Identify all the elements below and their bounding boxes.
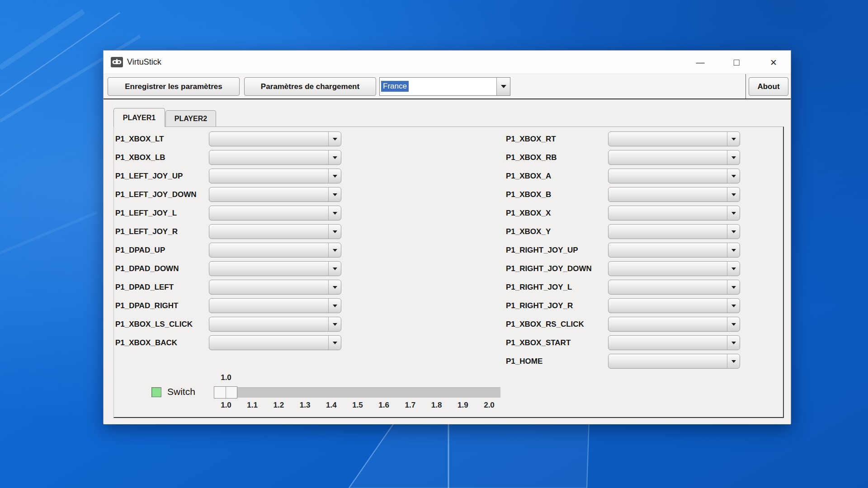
language-selected-text: France xyxy=(381,81,409,92)
mapping-select[interactable] xyxy=(209,317,341,332)
window-title: VirtuStick xyxy=(127,57,161,67)
mapping-row: P1_LEFT_JOY_R xyxy=(115,222,350,241)
mapping-row: P1_XBOX_LT xyxy=(115,130,350,148)
chevron-down-icon[interactable] xyxy=(727,317,740,331)
mapping-row: P1_XBOX_A xyxy=(506,167,750,185)
chevron-down-icon[interactable] xyxy=(727,169,740,183)
minimize-button[interactable]: — xyxy=(692,51,708,74)
mapping-select[interactable] xyxy=(608,354,740,369)
virtustick-window: VirtuStick — □ ✕ Enregistrer les paramèt… xyxy=(103,50,791,424)
chevron-down-icon[interactable] xyxy=(727,243,740,257)
language-combobox[interactable]: France xyxy=(379,77,510,96)
mapping-select[interactable] xyxy=(209,169,341,183)
chevron-down-icon[interactable] xyxy=(727,354,740,368)
mapping-label: P1_XBOX_RB xyxy=(506,153,557,162)
mapping-row: P1_DPAD_UP xyxy=(115,241,350,259)
mapping-row: P1_DPAD_LEFT xyxy=(115,278,350,296)
save-settings-button[interactable]: Enregistrer les paramètres xyxy=(108,77,240,96)
mapping-select[interactable] xyxy=(209,261,341,276)
mapping-select[interactable] xyxy=(608,317,740,332)
mapping-select[interactable] xyxy=(608,131,740,146)
chevron-down-icon[interactable] xyxy=(328,299,341,313)
chevron-down-icon[interactable] xyxy=(727,225,740,239)
mapping-select[interactable] xyxy=(209,131,341,146)
mapping-select[interactable] xyxy=(209,187,341,202)
chevron-down-icon[interactable] xyxy=(727,188,740,202)
mapping-select[interactable] xyxy=(209,298,341,313)
maximize-button[interactable]: □ xyxy=(728,51,745,74)
mapping-row: P1_XBOX_B xyxy=(506,185,750,204)
mapping-select[interactable] xyxy=(608,150,740,165)
chevron-down-icon[interactable] xyxy=(328,225,341,239)
title-bar[interactable]: VirtuStick — □ ✕ xyxy=(104,51,791,74)
mapping-column-left: P1_XBOX_LTP1_XBOX_LBP1_LEFT_JOY_UPP1_LEF… xyxy=(115,130,350,352)
chevron-down-icon[interactable] xyxy=(727,262,740,276)
mapping-select[interactable] xyxy=(608,335,740,350)
slider-tick: 1.4 xyxy=(322,401,340,410)
mapping-select[interactable] xyxy=(608,280,740,295)
chevron-down-icon[interactable] xyxy=(727,336,740,350)
tab-player2[interactable]: PLAYER2 xyxy=(165,110,216,127)
chevron-down-icon[interactable] xyxy=(328,280,341,294)
mapping-label: P1_XBOX_A xyxy=(506,172,551,181)
slider-tick: 1.6 xyxy=(375,401,393,410)
chevron-down-icon[interactable] xyxy=(328,150,341,164)
chevron-down-icon[interactable] xyxy=(328,132,341,146)
tab-player1[interactable]: PLAYER1 xyxy=(113,108,165,127)
mapping-select[interactable] xyxy=(209,280,341,295)
mapping-label: P1_XBOX_BACK xyxy=(115,338,177,347)
about-button[interactable]: About xyxy=(749,77,788,96)
desktop-wallpaper: VirtuStick — □ ✕ Enregistrer les paramèt… xyxy=(0,0,868,488)
chevron-down-icon[interactable] xyxy=(328,336,341,350)
chevron-down-icon[interactable] xyxy=(727,206,740,220)
load-settings-button[interactable]: Paramètres de chargement xyxy=(244,77,376,96)
chevron-down-icon[interactable] xyxy=(727,132,740,146)
chevron-down-icon[interactable] xyxy=(328,188,341,202)
mapping-label: P1_LEFT_JOY_L xyxy=(115,209,177,218)
chevron-down-icon[interactable] xyxy=(328,169,341,183)
sensitivity-slider[interactable] xyxy=(214,387,500,398)
mapping-select[interactable] xyxy=(608,169,740,183)
chevron-down-icon[interactable] xyxy=(727,280,740,294)
mapping-select[interactable] xyxy=(209,335,341,350)
slider-tick: 1.7 xyxy=(401,401,419,410)
mapping-select[interactable] xyxy=(608,261,740,276)
chevron-down-icon[interactable] xyxy=(727,150,740,164)
mapping-select[interactable] xyxy=(209,224,341,239)
mapping-label: P1_RIGHT_JOY_L xyxy=(506,283,572,292)
mapping-select[interactable] xyxy=(608,206,740,221)
mapping-row: P1_XBOX_START xyxy=(506,333,750,352)
chevron-down-icon[interactable] xyxy=(496,78,510,95)
mapping-select[interactable] xyxy=(608,243,740,258)
slider-handle[interactable] xyxy=(214,386,237,399)
mapping-label: P1_RIGHT_JOY_DOWN xyxy=(506,264,592,273)
mapping-select[interactable] xyxy=(608,224,740,239)
slider-tick: 2.0 xyxy=(480,401,498,410)
slider-tick: 1.5 xyxy=(349,401,367,410)
mapping-row: P1_RIGHT_JOY_L xyxy=(506,278,750,296)
mapping-select[interactable] xyxy=(209,243,341,258)
close-button[interactable]: ✕ xyxy=(765,51,782,74)
mapping-row: P1_XBOX_RB xyxy=(506,148,750,167)
chevron-down-icon[interactable] xyxy=(328,317,341,331)
chevron-down-icon[interactable] xyxy=(328,262,341,276)
mapping-select[interactable] xyxy=(608,298,740,313)
chevron-down-icon[interactable] xyxy=(727,299,740,313)
mapping-label: P1_LEFT_JOY_DOWN xyxy=(115,190,197,199)
switch-checkbox[interactable] xyxy=(151,387,161,397)
slider-tick: 1.2 xyxy=(269,401,288,410)
chevron-down-icon[interactable] xyxy=(328,243,341,257)
mapping-label: P1_XBOX_START xyxy=(506,338,571,347)
mapping-row: P1_LEFT_JOY_DOWN xyxy=(115,185,350,204)
mapping-row: P1_DPAD_DOWN xyxy=(115,259,350,278)
mapping-row: P1_XBOX_BACK xyxy=(115,333,350,352)
chevron-down-icon[interactable] xyxy=(328,206,341,220)
switch-label: Switch xyxy=(167,386,195,397)
mapping-label: P1_LEFT_JOY_UP xyxy=(115,172,183,181)
mapping-select[interactable] xyxy=(608,187,740,202)
mapping-row: P1_RIGHT_JOY_R xyxy=(506,296,750,315)
mapping-label: P1_XBOX_RS_CLICK xyxy=(506,320,584,329)
slider-tick: 1.9 xyxy=(454,401,472,410)
mapping-select[interactable] xyxy=(209,150,341,165)
mapping-select[interactable] xyxy=(209,206,341,221)
